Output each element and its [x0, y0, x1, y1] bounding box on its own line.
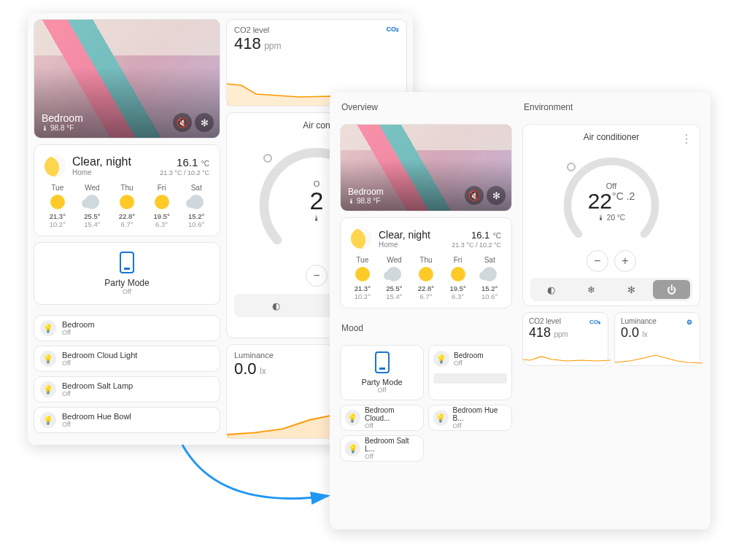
forecast-day: Tue21.3°10.2° — [42, 184, 74, 228]
room-hero[interactable]: Bedroom 🌡98.8 °F 🔇 ✻ — [34, 19, 220, 139]
mood-grid: Party Mode Off 💡 BedroomOff 💡 Bedroom Cl… — [340, 345, 512, 462]
forecast-day: Wed25.5°15.4° — [76, 184, 108, 228]
co2-value: 418 — [234, 34, 261, 52]
lum-mini-card[interactable]: Luminance 0.0 lx ⚙ — [614, 312, 700, 366]
forecast-day: Fri19.5°6.3° — [146, 184, 178, 228]
mood-title: Mood — [341, 323, 512, 333]
transition-arrow — [175, 438, 343, 525]
mute-icon[interactable]: 🔇 — [173, 113, 192, 132]
room-hero-small[interactable]: Bedroom 🌡98.8 °F 🔇 ✻ — [340, 124, 512, 211]
party-mode-card[interactable]: Party Mode Off — [34, 242, 220, 305]
forecast-row: Tue21.3°10.2°Wed25.5°15.4°Thu22.8°6.7°Fr… — [347, 256, 506, 300]
ac-title: Air conditioner — [530, 132, 692, 142]
fan-icon[interactable]: ✻ — [195, 113, 214, 132]
mode-cool-button[interactable]: ❄ — [573, 280, 610, 299]
room-name-small: Bedroom — [348, 187, 384, 197]
ac-temp: 22 — [588, 189, 612, 213]
mute-icon[interactable]: 🔇 — [465, 186, 484, 205]
co2-mini-card[interactable]: CO2 level 418 ppm CO₂ — [522, 312, 608, 366]
overview-title: Overview — [341, 102, 512, 112]
fan-icon[interactable]: ✻ — [487, 186, 506, 205]
brightness-slider[interactable] — [433, 373, 507, 384]
weather-condition: Clear, night — [72, 155, 152, 168]
bulb-icon: 💡 — [345, 440, 360, 456]
party-mode-card[interactable]: Party Mode Off — [340, 345, 424, 400]
mood-light-salt[interactable]: 💡 Bedroom Salt L...Off — [340, 435, 424, 462]
lights-list: 💡BedroomOff💡Bedroom Cloud LightOff💡Bedro… — [34, 311, 220, 433]
bulb-icon: 💡 — [40, 381, 56, 397]
bulb-icon: 💡 — [40, 412, 56, 428]
forecast-day: Tue21.3°10.2° — [347, 256, 379, 300]
thermometer-icon: 🌡 — [597, 214, 605, 222]
weather-range: 21.3 °C / 10.2 °C — [160, 169, 209, 176]
thermometer-icon: 🌡 — [42, 125, 48, 132]
dashboard-right: Overview Bedroom 🌡98.8 °F 🔇 ✻ Clear, nig… — [330, 92, 711, 529]
forecast-day: Thu22.8°6.7° — [410, 256, 442, 300]
party-label: Party Mode — [40, 278, 214, 288]
co2-badge-icon: CO₂ — [589, 319, 600, 325]
ac-setpoint: 20 °C — [607, 214, 625, 222]
forecast-row: Tue21.3°10.2°Wed25.5°15.4°Thu22.8°6.7°Fr… — [40, 184, 214, 228]
room-name: Bedroom — [42, 112, 83, 124]
co2-badge-icon: CO₂ — [387, 26, 400, 33]
forecast-day: Sat15.2°10.6° — [180, 184, 212, 228]
thermometer-icon: 🌡 — [348, 198, 355, 205]
forecast-day: Fri19.5°6.3° — [442, 256, 474, 300]
mode-auto-button[interactable]: ◐ — [533, 280, 570, 299]
light-row[interactable]: 💡Bedroom Hue BowlOff — [34, 407, 220, 433]
mood-light-cloud[interactable]: 💡 Bedroom Cloud...Off — [340, 405, 424, 431]
temp-minus-button[interactable]: − — [306, 265, 328, 287]
mode-fan-button[interactable]: ✻ — [613, 280, 650, 299]
weather-temp: 16.1 — [177, 156, 198, 168]
forecast-day: Thu22.8°6.7° — [111, 184, 143, 228]
weather-card[interactable]: Clear, night Home 16.1 °C 21.3 °C / 10.2… — [34, 144, 220, 236]
bulb-icon: 💡 — [40, 351, 56, 367]
environment-title: Environment — [524, 102, 700, 112]
mode-power-button[interactable]: ⏻ — [653, 280, 690, 299]
mode-auto-button[interactable]: ◐ — [236, 296, 315, 315]
bulb-icon: 💡 — [40, 320, 56, 336]
phone-icon — [375, 351, 390, 373]
more-icon[interactable]: ⋮ — [681, 132, 692, 146]
room-temp: 98.8 °F — [50, 124, 74, 132]
bulb-icon: 💡 — [433, 351, 449, 367]
weather-location: Home — [72, 168, 152, 176]
mood-bedroom-card[interactable]: 💡 BedroomOff — [428, 345, 512, 400]
forecast-day: Wed25.5°15.4° — [379, 256, 411, 300]
mood-light-hue[interactable]: 💡 Bedroom Hue B...Off — [428, 405, 512, 431]
forecast-day: Sat15.2°10.6° — [473, 256, 506, 300]
weather-card-small[interactable]: Clear, night Home 16.1 °C 21.3 °C / 10.2… — [340, 217, 512, 308]
ac-card[interactable]: ⋮ Air conditioner Off 22°C .2 🌡 20 °C − — [522, 124, 700, 306]
lum-sparkline-mini — [615, 351, 703, 365]
co2-sparkline-mini — [523, 351, 611, 365]
ac-dial[interactable]: Off 22°C .2 🌡 20 °C — [557, 147, 666, 256]
moon-icon — [44, 156, 65, 176]
co2-label: CO2 level — [234, 26, 399, 34]
party-state: Off — [40, 288, 214, 295]
bulb-icon: 💡 — [433, 410, 449, 426]
light-row[interactable]: 💡Bedroom Cloud LightOff — [34, 346, 220, 372]
bulb-icon: 💡 — [345, 410, 360, 426]
light-row[interactable]: 💡Bedroom Salt LampOff — [34, 376, 220, 402]
gear-icon[interactable]: ⚙ — [686, 319, 692, 326]
lum-value: 0.0 — [234, 359, 257, 378]
phone-icon — [120, 252, 134, 273]
moon-icon — [351, 228, 371, 249]
light-row[interactable]: 💡BedroomOff — [34, 315, 220, 341]
